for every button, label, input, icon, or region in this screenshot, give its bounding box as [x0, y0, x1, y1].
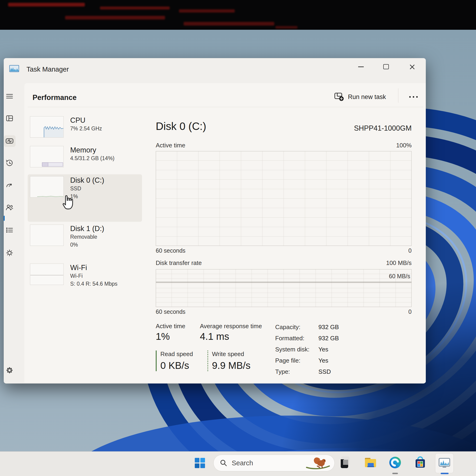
run-new-task-label: Run new task — [348, 93, 386, 101]
kv-label: Type: — [275, 368, 290, 375]
perf-item-usage: 0% — [70, 241, 104, 249]
perf-item-title: Disk 0 (C:) — [70, 176, 104, 185]
close-button[interactable] — [406, 61, 418, 72]
maximize-button[interactable] — [380, 61, 392, 72]
start-button[interactable] — [193, 456, 206, 469]
sidebar-item-performance[interactable] — [4, 136, 15, 146]
perf-item-title: Memory — [70, 146, 115, 154]
taskbar-search-box[interactable]: Search — [213, 455, 335, 471]
perf-item-memory[interactable]: Memory 4.5/31.2 GB (14%) — [28, 144, 142, 173]
startup-apps-icon — [5, 181, 14, 190]
processes-icon — [5, 114, 14, 122]
x-axis-right: 0 — [408, 247, 412, 254]
run-new-task-icon — [334, 92, 345, 102]
sidebar-item-app-history[interactable] — [4, 158, 15, 168]
search-icon — [220, 459, 228, 467]
avg-response-stat-value: 4.1 ms — [200, 331, 229, 342]
edge-open-indicator — [392, 473, 398, 474]
sidebar-item-services[interactable] — [4, 248, 15, 258]
disk-model: SHPP41-1000GM — [354, 124, 412, 133]
taskbar-edge[interactable] — [389, 456, 402, 469]
performance-icon — [5, 137, 14, 145]
x-axis-left: 60 seconds — [156, 308, 186, 315]
edge-browser-icon — [389, 456, 402, 469]
task-manager-window: Task Manager — [4, 58, 426, 384]
windows-start-icon — [193, 456, 206, 469]
active-time-chart — [156, 151, 412, 246]
photo-of-screen: Task Manager — [0, 0, 476, 476]
microsoft-store-icon — [414, 456, 427, 469]
kv-label: Capacity: — [275, 323, 300, 331]
perf-item-subtitle: Wi-Fi — [70, 272, 117, 280]
details-icon — [5, 226, 14, 234]
glitch-streak — [65, 16, 165, 19]
active-time-stat-value: 1% — [156, 331, 170, 342]
active-time-chart-max: 100% — [396, 142, 412, 149]
detail-title: Disk 0 (C:) — [156, 120, 206, 133]
transfer-rate-chart — [156, 269, 412, 307]
perf-item-disk1[interactable]: Disk 1 (D:) Removable 0% — [28, 223, 142, 261]
users-icon — [5, 203, 14, 212]
window-title: Task Manager — [27, 66, 69, 73]
sidebar-item-processes[interactable] — [4, 113, 15, 123]
screen-bezel — [0, 0, 476, 30]
settings-gear-icon — [5, 366, 14, 374]
task-manager-taskbar-icon — [438, 457, 451, 470]
task-manager-active-indicator — [441, 473, 449, 474]
taskbar-file-explorer[interactable] — [364, 456, 377, 469]
transfer-chart-max: 100 MB/s — [386, 259, 412, 267]
glitch-streak — [8, 3, 85, 6]
search-placeholder: Search — [232, 459, 253, 467]
dark-app-icon — [339, 456, 352, 469]
memory-thumbnail-chart — [30, 146, 64, 167]
sidebar-item-details[interactable] — [4, 225, 15, 235]
perf-item-disk0-selected[interactable]: Disk 0 (C:) SSD 1% — [28, 174, 142, 222]
cpu-thumbnail-chart — [30, 116, 64, 137]
close-icon — [409, 64, 415, 69]
disk1-thumbnail-chart — [30, 224, 64, 246]
perf-item-subtitle: 4.5/31.2 GB (14%) — [70, 154, 115, 162]
disk0-thumbnail-chart — [30, 176, 64, 198]
sidebar-item-users[interactable] — [4, 203, 15, 213]
run-new-task-button[interactable]: Run new task — [334, 91, 386, 103]
perf-item-wifi[interactable]: Wi-Fi Wi-Fi S: 0.4 R: 54.6 Mbps — [28, 262, 142, 300]
hamburger-icon — [5, 92, 14, 101]
taskbar-app-dark-square[interactable] — [339, 456, 352, 469]
titlebar[interactable]: Task Manager — [4, 58, 426, 83]
read-speed-value: 0 KB/s — [160, 360, 193, 371]
kv-value: Yes — [318, 346, 328, 353]
kv-value: SSD — [318, 368, 331, 375]
kv-label: System disk: — [275, 346, 309, 353]
perf-item-subtitle: 7% 2.54 GHz — [70, 125, 102, 133]
avg-response-stat-label: Average response time — [200, 323, 262, 330]
minimize-icon — [358, 67, 364, 67]
kv-label: Page file: — [275, 357, 300, 364]
kv-value: 932 GB — [318, 335, 339, 342]
ellipsis-icon — [408, 96, 418, 98]
search-highlight-squirrel-icon — [303, 455, 331, 471]
header-separator — [398, 88, 398, 103]
more-options-button[interactable] — [406, 91, 421, 103]
active-time-stat-label: Active time — [156, 323, 185, 330]
menu-button[interactable] — [4, 91, 15, 101]
perf-item-cpu[interactable]: CPU 7% 2.54 GHz — [28, 114, 142, 143]
write-speed-label: Write speed — [212, 351, 251, 358]
minimize-button[interactable] — [355, 61, 367, 72]
transfer-chart-label: Disk transfer rate — [156, 259, 202, 267]
read-speed-label: Read speed — [160, 351, 193, 358]
kv-label: Formatted: — [275, 335, 305, 342]
sidebar-item-settings[interactable] — [4, 365, 15, 375]
taskbar-microsoft-store[interactable] — [414, 456, 427, 469]
taskbar-task-manager[interactable] — [438, 457, 451, 470]
perf-item-title: CPU — [70, 116, 102, 125]
write-speed-value: 9.9 MB/s — [212, 360, 251, 371]
sidebar-item-startup-apps[interactable] — [4, 180, 15, 191]
perf-item-subtitle: SSD — [70, 185, 104, 193]
file-explorer-icon — [364, 456, 377, 469]
accent-pill — [4, 216, 5, 221]
perf-item-title: Wi-Fi — [70, 264, 117, 272]
wifi-thumbnail-chart — [30, 264, 64, 285]
hand-cursor — [61, 192, 78, 211]
glitch-streak — [100, 6, 170, 10]
kv-value: Yes — [318, 357, 328, 364]
